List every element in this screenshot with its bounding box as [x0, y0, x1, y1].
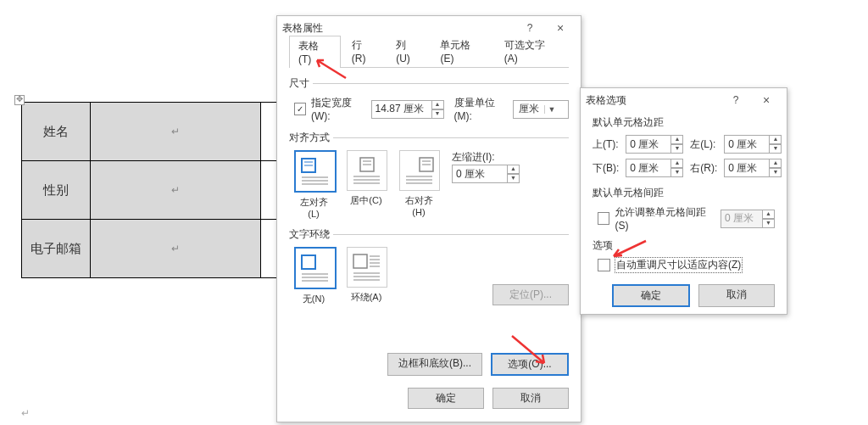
- locate-button: 定位(P)...: [492, 284, 569, 305]
- unit-label: 度量单位(M):: [454, 96, 508, 122]
- indent-label: 左缩进(I):: [452, 150, 520, 165]
- unit-select[interactable]: 厘米 ▼: [513, 100, 569, 119]
- row-label: 姓名: [22, 103, 91, 161]
- specify-width-checkbox[interactable]: [294, 103, 306, 115]
- size-legend: 尺寸: [289, 76, 313, 91]
- table-options-dialog: 表格选项 ? × 默认单元格边距 上(T): 0 厘米▲▼ 左(L): 0 厘米…: [580, 87, 787, 315]
- border-shading-button[interactable]: 边框和底纹(B)...: [387, 353, 482, 376]
- cancel-button[interactable]: 取消: [492, 388, 569, 409]
- autofit-checkbox[interactable]: [598, 259, 610, 271]
- align-right-option[interactable]: 右对齐(H): [399, 150, 438, 217]
- top-margin-spinner[interactable]: 0 厘米▲▼: [626, 135, 683, 154]
- right-margin-spinner[interactable]: 0 厘米▲▼: [724, 159, 782, 177]
- paragraph-mark-icon: ↵: [21, 407, 30, 419]
- specify-width-label: 指定宽度(W):: [311, 96, 366, 122]
- options-button[interactable]: 选项(O)...: [491, 353, 569, 376]
- align-center-option[interactable]: 居中(C): [347, 150, 386, 207]
- close-button[interactable]: ×: [751, 88, 782, 112]
- indent-value[interactable]: 0 厘米: [452, 165, 508, 183]
- width-spinner[interactable]: 14.87 厘米 ▲▼: [371, 100, 444, 119]
- align-legend: 对齐方式: [289, 131, 333, 145]
- tab-row[interactable]: 行(R): [342, 35, 385, 67]
- margins-legend: 默认单元格边距: [593, 115, 775, 130]
- wrap-around-option[interactable]: 环绕(A): [347, 247, 386, 304]
- spin-up-icon[interactable]: ▲: [432, 100, 444, 109]
- spacing-legend: 默认单元格间距: [593, 186, 775, 200]
- allow-spacing-label: 允许调整单元格间距(S): [615, 205, 715, 232]
- svg-rect-22: [353, 254, 367, 268]
- chevron-down-icon: ▼: [544, 105, 559, 114]
- cancel-button[interactable]: 取消: [698, 284, 775, 307]
- spin-down-icon[interactable]: ▼: [508, 174, 520, 183]
- spin-up-icon[interactable]: ▲: [508, 165, 520, 174]
- bottom-margin-label: 下(B):: [593, 161, 619, 176]
- left-margin-spinner[interactable]: 0 厘米▲▼: [724, 135, 782, 154]
- row-value: ↵: [91, 220, 261, 278]
- right-margin-label: 右(R):: [690, 161, 717, 176]
- tab-cell[interactable]: 单元格(E): [431, 35, 492, 67]
- align-left-option[interactable]: 左对齐(L): [294, 150, 333, 219]
- row-value: ↵: [91, 161, 261, 220]
- ok-button[interactable]: 确定: [612, 284, 690, 307]
- svg-rect-18: [302, 255, 315, 269]
- table-anchor-icon[interactable]: ✥: [14, 95, 25, 105]
- left-margin-label: 左(L):: [690, 137, 717, 152]
- dialog-title: 表格选项: [586, 88, 721, 112]
- unit-value: 厘米: [514, 102, 544, 116]
- row-value: ↵: [91, 103, 261, 161]
- table-properties-dialog: 表格属性 ? × 表格(T) 行(R) 列(U) 单元格(E) 可选文字(A) …: [276, 15, 581, 422]
- allow-spacing-checkbox[interactable]: [598, 212, 609, 225]
- tab-column[interactable]: 列(U): [387, 35, 429, 67]
- row-label: 电子邮箱: [22, 220, 91, 278]
- autofit-label: 自动重调尺寸以适应内容(Z): [615, 258, 742, 272]
- wrap-legend: 文字环绕: [289, 227, 333, 242]
- tab-table[interactable]: 表格(T): [289, 36, 341, 68]
- spin-down-icon[interactable]: ▼: [432, 109, 444, 119]
- wrap-none-option[interactable]: 无(N): [294, 247, 333, 305]
- top-margin-label: 上(T):: [593, 137, 619, 152]
- tab-bar: 表格(T) 行(R) 列(U) 单元格(E) 可选文字(A): [289, 47, 569, 68]
- help-button[interactable]: ?: [721, 88, 751, 112]
- spacing-spinner: 0 厘米▲▼: [721, 210, 775, 228]
- width-value[interactable]: 14.87 厘米: [371, 100, 432, 119]
- ok-button[interactable]: 确定: [408, 388, 484, 409]
- dialog-titlebar: 表格选项 ? ×: [581, 88, 787, 112]
- row-label: 性别: [22, 161, 91, 220]
- options-legend: 选项: [593, 238, 775, 253]
- indent-spinner[interactable]: 0 厘米 ▲▼: [452, 165, 520, 183]
- tab-alt-text[interactable]: 可选文字(A): [495, 35, 567, 67]
- bottom-margin-spinner[interactable]: 0 厘米▲▼: [626, 159, 683, 177]
